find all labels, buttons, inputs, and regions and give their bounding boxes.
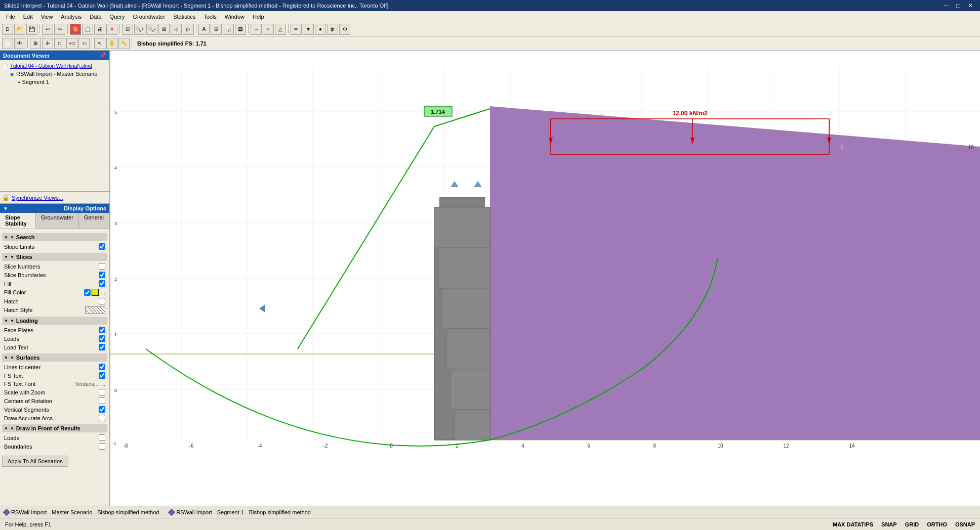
toolbar-main: 🗋 📂 💾 ↩ ↪ 🎨 📋 🖨 ✕ ⊡ 🔍+ 🔍- ⊞ ◁ ▷ A ⊟ 📊 🖼 … <box>0 22 980 36</box>
menu-groundwater[interactable]: Groundwater <box>129 13 170 21</box>
pts-btn[interactable]: ·□ <box>78 38 90 49</box>
pencil-btn[interactable]: ✏ <box>291 24 302 35</box>
menu-query[interactable]: Query <box>106 13 129 21</box>
fill-color-dots[interactable]: ... <box>101 289 105 295</box>
trash-btn[interactable]: 🗑 <box>327 24 338 35</box>
slope-limits-checkbox[interactable] <box>99 243 105 250</box>
x-label-14: 14 <box>849 443 855 449</box>
scale-zoom-checkbox[interactable] <box>99 389 105 395</box>
section-loading[interactable]: ▼Loading <box>2 317 107 325</box>
open-btn[interactable]: 📂 <box>14 24 25 35</box>
menu-data[interactable]: Data <box>86 13 105 21</box>
fs-text-font-value[interactable]: Verdana,... ... <box>75 381 105 387</box>
tab-slope-stability[interactable]: Slope Stability <box>0 213 36 229</box>
hatch-style-preview[interactable] <box>85 306 105 314</box>
loads-front-label: Loads <box>4 435 99 441</box>
pan-right-btn[interactable]: ▷ <box>183 24 194 35</box>
cursor-btn[interactable]: ↖ <box>94 38 105 49</box>
ruler-btn[interactable]: 📏 <box>118 38 130 49</box>
tree-item-file[interactable]: 📄 Tutorial 04 - Gabion Wall (final).slmd <box>2 62 107 70</box>
fill-checkbox[interactable] <box>99 280 105 287</box>
color-btn[interactable]: 🎨 <box>70 24 81 35</box>
maximize-btn[interactable]: □ <box>953 0 964 11</box>
slice-numbers-checkbox[interactable] <box>99 263 105 270</box>
loads-checkbox[interactable] <box>99 335 105 342</box>
menu-edit[interactable]: Edit <box>19 13 37 21</box>
zoom-fit-btn[interactable]: ⊞ <box>158 24 170 35</box>
settings-btn[interactable]: ⚙ <box>339 24 350 35</box>
apply-all-scenarios-btn[interactable]: Apply To All Scenarios <box>2 456 68 467</box>
print-btn[interactable]: 🖨 <box>94 24 105 35</box>
export-btn[interactable]: 📋 <box>82 24 93 35</box>
fs-text-checkbox[interactable] <box>99 372 105 379</box>
zoom-in-btn[interactable]: 🔍+ <box>134 24 145 35</box>
collapse-arrow[interactable]: ▼ <box>3 206 8 211</box>
hand-btn[interactable]: ✋ <box>106 38 117 49</box>
doc-btn[interactable]: 📄 <box>2 38 13 49</box>
undo-btn[interactable]: ↩ <box>42 24 53 35</box>
section-search[interactable]: ▼Search <box>2 233 107 241</box>
hatch-checkbox[interactable] <box>99 298 105 304</box>
circle-btn[interactable]: ○ <box>263 24 274 35</box>
pan-left-btn[interactable]: ◁ <box>171 24 182 35</box>
image-btn[interactable]: 🖼 <box>235 24 246 35</box>
close-btn[interactable]: ✕ <box>965 0 976 11</box>
save-btn[interactable]: 💾 <box>26 24 37 35</box>
vertical-segments-checkbox[interactable] <box>99 406 105 413</box>
slice-boundaries-checkbox[interactable] <box>99 272 105 278</box>
option-fill-color: Fill Color ... <box>2 288 107 297</box>
tree-item-master[interactable]: ◆ RSWall Import - Master Scenario <box>2 70 107 78</box>
arrow-btn[interactable]: → <box>251 24 262 35</box>
text-btn[interactable]: A <box>198 24 210 35</box>
section-draw-front[interactable]: ▼Draw in Front of Results <box>2 424 107 432</box>
loads-front-checkbox[interactable] <box>99 434 105 441</box>
sep8 <box>92 38 92 49</box>
filter-btn[interactable]: ▼ <box>303 24 314 35</box>
tree-item-segment[interactable]: ▪ Segment 1 <box>2 78 107 86</box>
tab-groundwater[interactable]: Groundwater <box>36 213 79 229</box>
add-btn[interactable]: +□ <box>66 38 77 49</box>
lines-center-checkbox[interactable] <box>99 364 105 370</box>
view-btn[interactable]: 👁 <box>14 38 25 49</box>
bottom-tab-master[interactable]: RSWall Import - Master Scenario - Bishop… <box>4 509 159 515</box>
boundaries-front-label: Boundaries <box>4 444 99 450</box>
ortho-indicator: ORTHO <box>927 521 947 527</box>
menu-tools[interactable]: Tools <box>199 13 221 21</box>
minimize-btn[interactable]: ─ <box>941 0 952 11</box>
grid-btn[interactable]: ⊞ <box>30 38 41 49</box>
zoom-out-btn[interactable]: 🔍- <box>146 24 157 35</box>
draw-arcs-checkbox[interactable] <box>99 415 105 421</box>
section-slices[interactable]: ▼Slices <box>2 253 107 261</box>
load-text-checkbox[interactable] <box>99 344 105 350</box>
fill-color-checkbox[interactable] <box>84 289 91 296</box>
menu-analysis[interactable]: Analysis <box>57 13 86 21</box>
section-surfaces[interactable]: ▼Surfaces <box>2 354 107 362</box>
fill-color-swatch[interactable] <box>92 289 99 296</box>
polygon-btn[interactable]: △ <box>275 24 286 35</box>
boundaries-front-checkbox[interactable] <box>99 443 105 450</box>
option-fill: Fill <box>2 279 107 288</box>
table-btn[interactable]: ⊟ <box>211 24 222 35</box>
fit-btn[interactable]: ⊡ <box>122 24 133 35</box>
face-plates-checkbox[interactable] <box>99 327 105 333</box>
menu-view[interactable]: View <box>37 13 57 21</box>
centers-rotation-checkbox[interactable] <box>99 398 105 404</box>
redo-btn[interactable]: ↪ <box>54 24 65 35</box>
doc-viewer-pin[interactable]: 📌 <box>99 52 106 59</box>
menu-file[interactable]: File <box>2 13 19 21</box>
stop-btn[interactable]: ✕ <box>106 24 117 35</box>
new-btn[interactable]: 🗋 <box>2 24 13 35</box>
menu-window[interactable]: Window <box>221 13 249 21</box>
chart-btn[interactable]: 📊 <box>223 24 234 35</box>
sync-views-btn[interactable]: Synchronize Views... <box>12 195 63 201</box>
circle2-btn[interactable]: ● <box>315 24 326 35</box>
bottom-tab-segment[interactable]: RSWall Import - Segment 1 - Bishop simpl… <box>169 509 311 515</box>
option-scale-zoom: Scale with Zoom <box>2 388 107 396</box>
boundary-btn[interactable]: □ <box>54 38 65 49</box>
display-options-tabs: Slope Stability Groundwater General <box>0 213 109 229</box>
tab-general[interactable]: General <box>79 213 109 229</box>
tree-file-label[interactable]: Tutorial 04 - Gabion Wall (final).slmd <box>10 63 92 69</box>
menu-statistics[interactable]: Statistics <box>169 13 199 21</box>
snap-btn[interactable]: ✛ <box>42 38 53 49</box>
menu-help[interactable]: Help <box>249 13 268 21</box>
